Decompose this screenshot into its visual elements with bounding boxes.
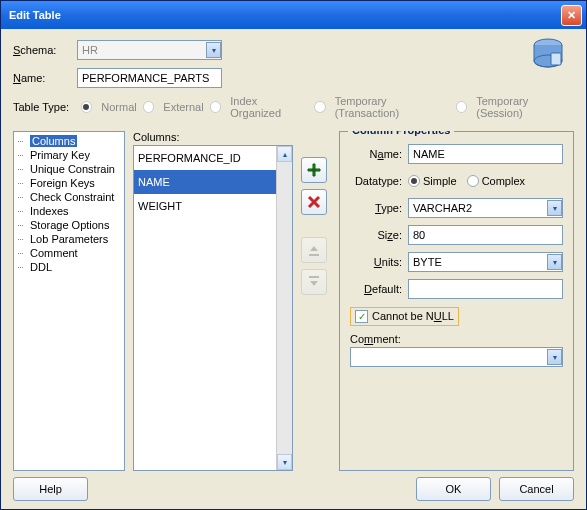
prop-comment-label: Comment: — [350, 333, 563, 345]
nav-item-foreign-keys[interactable]: Foreign Keys — [14, 176, 124, 190]
radio-temp-tx — [314, 101, 326, 113]
nav-item-indexes[interactable]: Indexes — [14, 204, 124, 218]
window-title: Edit Table — [9, 9, 561, 21]
remove-column-button[interactable] — [301, 189, 327, 215]
arrow-down-icon — [307, 275, 321, 289]
scroll-up-icon[interactable]: ▴ — [277, 146, 292, 162]
nav-item-unique[interactable]: Unique Constrain — [14, 162, 124, 176]
prop-comment-input[interactable]: ▾ — [350, 347, 563, 367]
svg-rect-2 — [551, 53, 561, 65]
table-name-input[interactable] — [77, 68, 222, 88]
plus-icon — [306, 162, 322, 178]
name-row: Name: — [13, 67, 574, 89]
prop-units-row: Units: BYTE ▾ — [350, 252, 563, 272]
prop-size-row: Size: — [350, 225, 563, 245]
notnull-checkbox[interactable]: ✓ — [355, 310, 368, 323]
columns-panel: Columns: PERFORMANCE_ID NAME WEIGHT ▴ ▾ — [133, 131, 293, 471]
prop-units-label: Units: — [350, 256, 408, 268]
schema-combo[interactable]: HR ▾ — [77, 40, 222, 60]
prop-default-row: Default: — [350, 279, 563, 299]
column-properties-group: Column Properties Name: Datatype: Simple… — [339, 131, 574, 471]
schema-row: Schema: HR ▾ — [13, 39, 574, 61]
nav-item-primary-key[interactable]: Primary Key — [14, 148, 124, 162]
column-row[interactable]: WEIGHT — [134, 194, 276, 218]
schema-label: Schema: — [13, 44, 77, 56]
column-properties-panel: Column Properties Name: Datatype: Simple… — [339, 131, 574, 471]
move-down-button — [301, 269, 327, 295]
radio-simple-label: Simple — [423, 175, 457, 187]
prop-default-input[interactable] — [408, 279, 563, 299]
prop-datatype-row: Datatype: Simple Complex — [350, 171, 563, 191]
prop-size-input[interactable] — [408, 225, 563, 245]
ok-button[interactable]: OK — [416, 477, 491, 501]
radio-external — [143, 101, 155, 113]
close-icon: ✕ — [567, 9, 576, 22]
edit-table-dialog: Edit Table ✕ Schema: HR ▾ Name: Table Ty… — [0, 0, 587, 510]
radio-normal-label: Normal — [101, 101, 136, 113]
prop-name-label: Name: — [350, 148, 408, 160]
add-column-button[interactable] — [301, 157, 327, 183]
schema-value: HR — [82, 44, 98, 56]
radio-normal — [81, 101, 93, 113]
table-type-label: Table Type: — [13, 101, 75, 113]
prop-name-input[interactable] — [408, 144, 563, 164]
chevron-down-icon: ▾ — [206, 42, 221, 58]
radio-index-organized-label: Index Organized — [230, 95, 308, 119]
radio-external-label: External — [163, 101, 203, 113]
scroll-down-icon[interactable]: ▾ — [277, 454, 292, 470]
prop-type-row: Type: VARCHAR2 ▾ — [350, 198, 563, 218]
nav-item-check[interactable]: Check Constraint — [14, 190, 124, 204]
prop-datatype-label: Datatype: — [350, 175, 408, 187]
column-buttons — [301, 131, 331, 471]
radio-index-organized — [210, 101, 222, 113]
name-label: Name: — [13, 72, 77, 84]
columns-list[interactable]: PERFORMANCE_ID NAME WEIGHT ▴ ▾ — [133, 145, 293, 471]
prop-units-value: BYTE — [413, 256, 442, 268]
prop-default-label: Default: — [350, 283, 408, 295]
radio-temp-sess — [456, 101, 468, 113]
prop-size-label: Size: — [350, 229, 408, 241]
close-button[interactable]: ✕ — [561, 5, 582, 26]
prop-type-value: VARCHAR2 — [413, 202, 472, 214]
columns-list-inner: PERFORMANCE_ID NAME WEIGHT — [134, 146, 276, 470]
prop-comment-row: ▾ — [350, 347, 563, 367]
prop-type-label: Type: — [350, 202, 408, 214]
notnull-wrapper: ✓ Cannot be NULL — [350, 307, 459, 326]
nav-tree[interactable]: Columns Primary Key Unique Constrain For… — [13, 131, 125, 471]
notnull-label: Cannot be NULL — [372, 310, 454, 322]
titlebar: Edit Table ✕ — [1, 1, 586, 29]
radio-complex[interactable] — [467, 175, 479, 187]
prop-notnull-row: ✓ Cannot be NULL — [350, 306, 563, 326]
column-row[interactable]: NAME — [134, 170, 276, 194]
nav-item-lob[interactable]: Lob Parameters — [14, 232, 124, 246]
column-row[interactable]: PERFORMANCE_ID — [134, 146, 276, 170]
database-icon — [528, 35, 568, 75]
x-icon — [306, 194, 322, 210]
nav-item-storage[interactable]: Storage Options — [14, 218, 124, 232]
dialog-body: Schema: HR ▾ Name: Table Type: Normal Ex… — [1, 29, 586, 509]
radio-temp-sess-label: Temporary (Session) — [476, 95, 574, 119]
prop-units-select[interactable]: BYTE ▾ — [408, 252, 563, 272]
radio-simple[interactable] — [408, 175, 420, 187]
nav-item-comment[interactable]: Comment — [14, 246, 124, 260]
main-area: Columns Primary Key Unique Constrain For… — [13, 131, 574, 471]
radio-complex-label: Complex — [482, 175, 525, 187]
table-type-row: Table Type: Normal External Index Organi… — [13, 95, 574, 119]
nav-item-columns[interactable]: Columns — [14, 134, 124, 148]
nav-item-ddl[interactable]: DDL — [14, 260, 124, 274]
radio-temp-tx-label: Temporary (Transaction) — [335, 95, 450, 119]
move-up-button — [301, 237, 327, 263]
prop-type-select[interactable]: VARCHAR2 ▾ — [408, 198, 563, 218]
column-properties-legend: Column Properties — [348, 131, 454, 136]
chevron-down-icon: ▾ — [547, 254, 562, 270]
cancel-button[interactable]: Cancel — [499, 477, 574, 501]
chevron-down-icon: ▾ — [547, 349, 562, 365]
columns-scrollbar[interactable]: ▴ ▾ — [276, 146, 292, 470]
arrow-up-icon — [307, 243, 321, 257]
prop-name-row: Name: — [350, 144, 563, 164]
chevron-down-icon: ▾ — [547, 200, 562, 216]
columns-header: Columns: — [133, 131, 293, 143]
scroll-track[interactable] — [277, 162, 292, 454]
footer-buttons: Help OK Cancel — [13, 471, 574, 501]
help-button[interactable]: Help — [13, 477, 88, 501]
